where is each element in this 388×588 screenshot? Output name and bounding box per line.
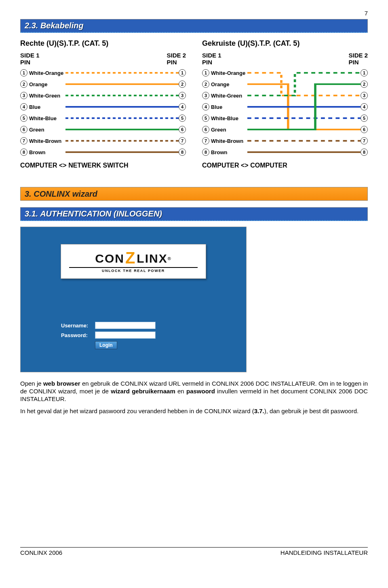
wire-label: Orange <box>29 81 65 87</box>
wire-label: White-Brown <box>29 138 65 144</box>
pin-num-right: 5 <box>361 115 368 122</box>
wire-label: Blue <box>211 104 247 110</box>
logo-z-icon: Z <box>125 253 136 263</box>
wire-label: Orange <box>211 81 247 87</box>
wire-label: White-Green <box>29 93 65 99</box>
pin-row: 6Green6 <box>20 124 186 135</box>
pin-row: 1White-Orange1 <box>20 67 186 79</box>
pin-num-right: 2 <box>361 81 368 88</box>
wire-label: White-Orange <box>211 70 247 76</box>
crossover-footer: COMPUTER <> COMPUTER <box>202 162 368 169</box>
pin-num-left: 3 <box>20 92 27 99</box>
straight-title: Rechte (U)(S).T.P. (CAT. 5) <box>20 39 186 48</box>
pin-num-left: 2 <box>202 81 209 88</box>
pin-num-left: 4 <box>20 103 27 110</box>
footer-left: CONLINX 2006 <box>20 549 62 556</box>
login-button[interactable]: Login <box>95 341 117 349</box>
password-input[interactable] <box>95 331 156 339</box>
pin-num-right: 7 <box>361 137 368 144</box>
pin-row: 5White-Blue5 <box>20 113 186 124</box>
wire-label: Blue <box>29 104 65 110</box>
pin-row: 3White-Green3 <box>20 90 186 101</box>
straight-cable-diagram: Rechte (U)(S).T.P. (CAT. 5) SIDE 1PIN SI… <box>20 39 186 169</box>
pin-num-left: 5 <box>202 115 209 122</box>
pin-num-left: 7 <box>202 137 209 144</box>
section-2-3-title: 2.3. Bekabeling <box>25 21 84 30</box>
pin-num-left: 1 <box>202 69 209 76</box>
login-logo-panel: CON Z LINX ® UNLOCK THE REAL POWER <box>61 244 206 279</box>
pin-num-right: 8 <box>179 149 186 156</box>
pin-num-left: 3 <box>202 92 209 99</box>
logo-right: LINX <box>137 252 167 265</box>
password-label: Password: <box>61 332 95 338</box>
pin-num-left: 7 <box>20 137 27 144</box>
wire-label: Green <box>211 127 247 133</box>
section-3-1-title: 3.1. AUTHENTICATION (INLOGGEN) <box>25 209 162 219</box>
pin-num-right: 4 <box>179 103 186 110</box>
pin-num-left: 4 <box>202 103 209 110</box>
pin-num-right: 6 <box>179 126 186 133</box>
page-number-top: 7 <box>20 10 368 17</box>
pin-num-right: 1 <box>179 69 186 76</box>
username-label: Username: <box>61 323 95 329</box>
pin-num-left: 1 <box>20 69 27 76</box>
side1-label: SIDE 1PIN <box>20 52 40 66</box>
registered-icon: ® <box>168 256 172 261</box>
section-3-1-header: 3.1. AUTHENTICATION (INLOGGEN) <box>20 207 368 221</box>
logo-sub: UNLOCK THE REAL POWER <box>102 269 165 273</box>
pin-num-left: 8 <box>20 149 27 156</box>
login-screenshot: CON Z LINX ® UNLOCK THE REAL POWER Usern… <box>20 227 247 372</box>
pin-num-left: 6 <box>202 126 209 133</box>
pin-num-right: 1 <box>361 69 368 76</box>
conlinx-logo: CON Z LINX ® <box>95 252 172 265</box>
wire-label: White-Blue <box>29 115 65 121</box>
pin-num-right: 3 <box>361 92 368 99</box>
section-3-header: 3. CONLINX wizard <box>20 187 368 201</box>
wire-label: White-Blue <box>211 115 247 121</box>
paragraph-2: In het geval dat je het wizard paswoord … <box>20 407 368 415</box>
pin-num-left: 2 <box>20 81 27 88</box>
wire-label: White-Green <box>211 93 247 99</box>
pin-num-right: 4 <box>361 103 368 110</box>
wire-label: Brown <box>211 149 247 155</box>
logo-left: CON <box>95 252 124 265</box>
crossover-title: Gekruiste (U)(S).T.P. (CAT. 5) <box>202 39 368 48</box>
wire-label: White-Brown <box>211 138 247 144</box>
side1-label: SIDE 1PIN <box>202 52 221 66</box>
pin-num-right: 5 <box>179 115 186 122</box>
pin-num-left: 6 <box>20 126 27 133</box>
pin-num-right: 8 <box>361 149 368 156</box>
wire-label: Green <box>29 127 65 133</box>
wire-label: Brown <box>29 149 65 155</box>
side2-label: SIDE 2PIN <box>167 52 186 66</box>
pin-row: 7White-Brown7 <box>20 135 186 146</box>
crossover-cable-diagram: Gekruiste (U)(S).T.P. (CAT. 5) SIDE 1PIN… <box>202 39 368 169</box>
pin-num-right: 7 <box>179 137 186 144</box>
paragraph-1: Open je web browser en gebruik de CONLIN… <box>20 380 368 403</box>
footer-right: HANDLEIDING INSTALLATEUR <box>280 549 368 556</box>
section-3-title: 3. CONLINX wizard <box>25 189 97 199</box>
section-2-3-header: 2.3. Bekabeling <box>20 19 368 33</box>
pin-num-left: 5 <box>20 115 27 122</box>
pin-num-right: 2 <box>179 81 186 88</box>
pin-row: 8Brown8 <box>20 146 186 158</box>
straight-footer: COMPUTER <> NETWERK SWITCH <box>20 162 186 169</box>
wire-label: White-Orange <box>29 70 65 76</box>
side2-label: SIDE 2PIN <box>348 52 368 66</box>
login-form: Username: Password: Login <box>61 322 156 349</box>
pin-row: 2Orange2 <box>20 79 186 90</box>
pin-row: 4Blue4 <box>20 101 186 113</box>
pin-num-right: 3 <box>179 92 186 99</box>
pin-num-right: 6 <box>361 126 368 133</box>
username-input[interactable] <box>95 322 156 329</box>
pin-num-left: 8 <box>202 149 209 156</box>
